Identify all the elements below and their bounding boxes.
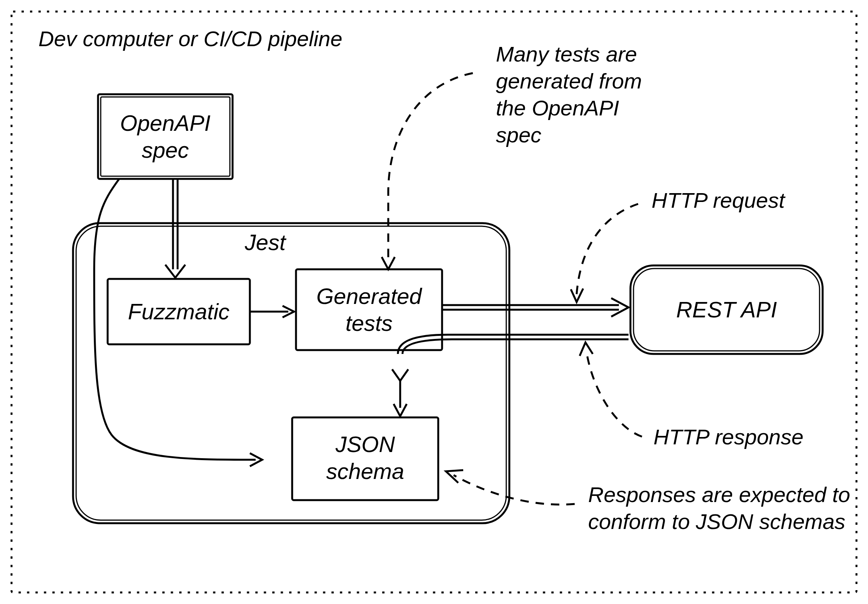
annotation-arrow-http-request — [571, 204, 638, 302]
node-json-schema: JSON schema — [292, 417, 438, 500]
annotation-responses-conform: Responses are expected to conform to JSO… — [588, 482, 850, 534]
svg-text:Fuzzmatic: Fuzzmatic — [128, 299, 229, 324]
jest-title: Jest — [244, 230, 287, 255]
svg-text:OpenAPI: OpenAPI — [120, 110, 210, 135]
svg-text:tests: tests — [346, 310, 393, 335]
svg-text:generated from: generated from — [496, 69, 642, 93]
node-fuzzmatic: Fuzzmatic — [108, 279, 250, 344]
annotation-http-response: HTTP response — [653, 425, 803, 449]
svg-text:Many tests are: Many tests are — [496, 42, 637, 66]
node-openapi-spec: OpenAPI spec — [98, 94, 233, 179]
annotation-arrow-http-response — [580, 342, 642, 437]
arrow-fuzzmatic-to-generated — [250, 306, 294, 317]
node-generated-tests: Generated tests — [296, 269, 442, 350]
arrow-openapi-to-fuzzmatic — [165, 179, 185, 278]
svg-text:spec: spec — [496, 123, 541, 147]
svg-rect-1 — [101, 97, 230, 176]
container-title: Dev computer or CI/CD pipeline — [38, 27, 343, 51]
arrow-generated-to-jsonschema — [394, 381, 407, 416]
svg-text:JSON: JSON — [335, 432, 395, 457]
annotation-arrow-many-tests — [382, 73, 473, 269]
svg-text:spec: spec — [142, 137, 189, 162]
svg-text:Responses are expected to: Responses are expected to — [588, 482, 850, 507]
svg-text:Generated: Generated — [316, 284, 422, 309]
svg-text:the OpenAPI: the OpenAPI — [496, 96, 619, 120]
arrow-generated-to-restapi-request — [442, 298, 629, 317]
svg-rect-0 — [98, 94, 233, 179]
annotation-many-tests: Many tests are generated from the OpenAP… — [496, 42, 642, 147]
svg-text:schema: schema — [326, 459, 404, 484]
annotation-http-request: HTTP request — [652, 188, 786, 212]
node-rest-api: REST API — [630, 265, 823, 354]
svg-text:REST API: REST API — [676, 297, 777, 322]
svg-rect-8 — [296, 269, 442, 350]
svg-text:conform to JSON schemas: conform to JSON schemas — [588, 509, 845, 534]
